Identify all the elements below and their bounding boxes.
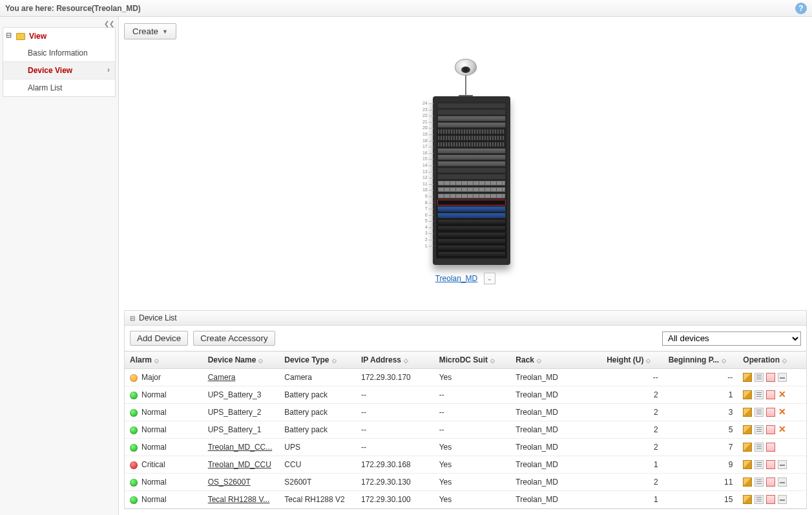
move-icon[interactable] <box>766 478 775 487</box>
edit-icon[interactable] <box>743 495 752 504</box>
table-row[interactable]: NormalOS_S2600TS2600T172.29.30.130YesTre… <box>125 474 806 491</box>
edit-icon[interactable] <box>743 460 752 469</box>
table-header-row: Alarm◇Device Name◇Device Type◇IP Address… <box>125 352 806 369</box>
props-icon[interactable] <box>755 425 764 434</box>
rack-unit[interactable] <box>437 129 506 134</box>
tree-root-label: View <box>29 32 47 41</box>
rack-unit[interactable] <box>437 154 506 160</box>
rack-unit[interactable] <box>437 193 506 199</box>
rack-unit[interactable] <box>437 187 506 193</box>
device-name-link[interactable]: Treolan_MD_CC... <box>208 443 273 452</box>
rack-unit[interactable] <box>437 167 506 173</box>
rack-unit[interactable] <box>437 200 506 205</box>
rack-unit[interactable] <box>437 142 506 147</box>
move-icon[interactable] <box>766 443 775 452</box>
table-row[interactable]: NormalUPS_Battery_3Battery pack----Treol… <box>125 386 806 404</box>
props-icon[interactable] <box>755 460 764 469</box>
rack-unit[interactable] <box>437 103 506 109</box>
move-icon[interactable] <box>766 495 775 504</box>
props-icon[interactable] <box>755 373 764 382</box>
edit-icon[interactable] <box>743 408 752 417</box>
camera-icon <box>455 59 477 76</box>
collapse-icon: ⊟ <box>130 315 135 322</box>
rack-unit[interactable] <box>437 122 506 128</box>
col-header[interactable]: MicroDC Suit◇ <box>434 352 511 369</box>
col-header[interactable]: Height (U)◇ <box>601 352 663 369</box>
table-body: MajorCameraCamera172.29.30.170YesTreolan… <box>125 369 806 509</box>
col-header[interactable]: Device Type◇ <box>279 352 356 369</box>
move-icon[interactable] <box>766 425 775 434</box>
sidebar-item-basic-information[interactable]: Basic Information <box>3 45 115 61</box>
edit-icon[interactable] <box>743 425 752 434</box>
create-accessory-button[interactable]: Create Accessory <box>193 331 275 346</box>
chevron-down-icon: ▼ <box>162 28 168 35</box>
col-header[interactable]: Rack◇ <box>510 352 601 369</box>
sidebar-item-device-view[interactable]: Device View <box>3 61 115 79</box>
x-icon[interactable]: ✕ <box>778 408 787 417</box>
breadcrumb: You are here: Resource(Treolan_MD) <box>5 4 141 13</box>
props-icon[interactable] <box>755 478 764 487</box>
rack-name-link[interactable]: Treolan_MD <box>435 274 478 283</box>
edit-icon[interactable] <box>743 443 752 452</box>
rack-unit[interactable] <box>437 238 506 244</box>
sidebar-item-alarm-list[interactable]: Alarm List <box>3 79 115 96</box>
panel-header[interactable]: ⊟ Device List <box>125 311 806 326</box>
add-device-button[interactable]: Add Device <box>130 331 188 346</box>
rack-unit[interactable] <box>437 109 506 115</box>
device-filter-select[interactable]: All devices <box>662 331 801 346</box>
props-icon[interactable] <box>755 443 764 452</box>
move-icon[interactable] <box>766 373 775 382</box>
rack-unit[interactable] <box>437 245 506 251</box>
table-row[interactable]: NormalUPS_Battery_1Battery pack----Treol… <box>125 421 806 439</box>
sidebar: ❮❮ View Basic InformationDevice ViewAlar… <box>0 17 119 515</box>
rack-unit[interactable] <box>437 226 506 231</box>
move-icon[interactable] <box>766 408 775 417</box>
rack-unit[interactable] <box>437 180 506 186</box>
rack-unit[interactable] <box>437 219 506 225</box>
props-icon[interactable] <box>755 408 764 417</box>
tree-root-view[interactable]: View <box>3 28 115 45</box>
del-icon[interactable] <box>778 373 787 382</box>
table-row[interactable]: CriticalTreolan_MD_CCUCCU172.29.30.168Ye… <box>125 456 806 474</box>
col-header[interactable]: Operation◇ <box>738 352 806 369</box>
table-row[interactable]: MajorCameraCamera172.29.30.170YesTreolan… <box>125 369 806 386</box>
x-icon[interactable]: ✕ <box>778 425 787 434</box>
device-name-link[interactable]: Tecal RH1288 V... <box>208 495 270 504</box>
edit-icon[interactable] <box>743 478 752 487</box>
table-row[interactable]: NormalTecal RH1288 V...Tecal RH1288 V217… <box>125 491 806 509</box>
rack-unit[interactable] <box>437 116 506 121</box>
table-row[interactable]: NormalTreolan_MD_CC...UPS--YesTreolan_MD… <box>125 439 806 456</box>
sidebar-collapse-icon[interactable]: ❮❮ <box>0 19 118 27</box>
create-button[interactable]: Create ▼ <box>124 23 176 39</box>
del-icon[interactable] <box>778 495 787 504</box>
edit-icon[interactable] <box>743 390 752 399</box>
rack-unit[interactable] <box>437 206 506 212</box>
del-icon[interactable] <box>778 460 787 469</box>
col-header[interactable]: Beginning P...◇ <box>663 352 738 369</box>
x-icon[interactable]: ✕ <box>778 390 787 399</box>
rack-unit[interactable] <box>437 232 506 238</box>
move-icon[interactable] <box>766 460 775 469</box>
device-name-link[interactable]: Camera <box>208 373 236 382</box>
device-name-link[interactable]: OS_S2600T <box>208 478 251 487</box>
rack-expand-icon[interactable]: ⌄ <box>484 273 495 284</box>
rack-unit[interactable] <box>437 174 506 180</box>
col-header[interactable]: Alarm◇ <box>125 352 203 369</box>
rack-unit[interactable] <box>437 251 506 257</box>
help-icon[interactable]: ? <box>795 3 807 14</box>
del-icon[interactable] <box>778 478 787 487</box>
edit-icon[interactable] <box>743 373 752 382</box>
rack-unit[interactable] <box>437 148 506 154</box>
col-header[interactable]: IP Address◇ <box>356 352 434 369</box>
table-row[interactable]: NormalUPS_Battery_2Battery pack----Treol… <box>125 404 806 421</box>
rack-unit[interactable] <box>437 135 506 141</box>
col-header[interactable]: Device Name◇ <box>203 352 280 369</box>
rack-unit[interactable] <box>437 161 506 167</box>
props-icon[interactable] <box>755 495 764 504</box>
move-icon[interactable] <box>766 390 775 399</box>
camera-device[interactable] <box>455 59 477 98</box>
props-icon[interactable] <box>755 390 764 399</box>
device-name-link[interactable]: Treolan_MD_CCU <box>208 460 271 469</box>
rack[interactable] <box>433 96 510 265</box>
rack-unit[interactable] <box>437 213 506 218</box>
